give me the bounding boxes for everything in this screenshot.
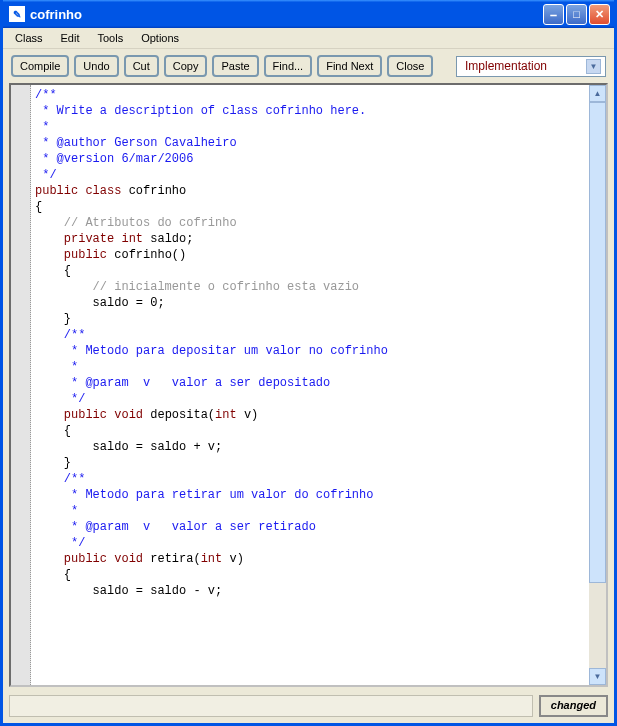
code-line: * Write a description of class cofrinho … (35, 103, 585, 119)
code-line: * (35, 359, 585, 375)
app-icon: ✎ (9, 6, 25, 22)
code-line: */ (35, 167, 585, 183)
menu-bar: Class Edit Tools Options (3, 28, 614, 49)
code-line: * (35, 503, 585, 519)
code-line: public class cofrinho (35, 183, 585, 199)
code-line: } (35, 455, 585, 471)
code-line: public void retira(int v) (35, 551, 585, 567)
vertical-scrollbar: ▲ ▼ (589, 85, 606, 685)
code-line: * @author Gerson Cavalheiro (35, 135, 585, 151)
chevron-down-icon: ▼ (586, 59, 601, 74)
code-line: saldo = 0; (35, 295, 585, 311)
scroll-track[interactable] (589, 102, 606, 668)
code-line: */ (35, 391, 585, 407)
status-bar: changed (3, 691, 614, 723)
scroll-up-button[interactable]: ▲ (589, 85, 606, 102)
menu-class[interactable]: Class (7, 30, 51, 46)
paste-button[interactable]: Paste (212, 55, 258, 77)
minimize-button[interactable]: ‒ (543, 4, 564, 25)
code-line: * @version 6/mar/2006 (35, 151, 585, 167)
code-line: * @param v valor a ser retirado (35, 519, 585, 535)
status-badge: changed (539, 695, 608, 717)
code-line: { (35, 567, 585, 583)
code-line: { (35, 423, 585, 439)
code-line: { (35, 199, 585, 215)
message-area (9, 695, 533, 717)
undo-button[interactable]: Undo (74, 55, 118, 77)
find-next-button[interactable]: Find Next (317, 55, 382, 77)
menu-tools[interactable]: Tools (89, 30, 131, 46)
code-line: } (35, 311, 585, 327)
toolbar: Compile Undo Cut Copy Paste Find... Find… (3, 49, 614, 83)
code-line: */ (35, 535, 585, 551)
code-line: * (35, 119, 585, 135)
code-line: saldo = saldo - v; (35, 583, 585, 599)
code-line: /** (35, 471, 585, 487)
copy-button[interactable]: Copy (164, 55, 208, 77)
code-line: /** (35, 327, 585, 343)
code-area[interactable]: /** * Write a description of class cofri… (31, 85, 589, 685)
code-line: * Metodo para depositar um valor no cofr… (35, 343, 585, 359)
editor: /** * Write a description of class cofri… (9, 83, 608, 687)
maximize-button[interactable]: □ (566, 4, 587, 25)
scroll-thumb[interactable] (589, 102, 606, 583)
window-title: cofrinho (30, 7, 543, 22)
view-dropdown[interactable]: Implementation ▼ (456, 56, 606, 77)
title-bar: ✎ cofrinho ‒ □ ✕ (3, 0, 614, 28)
scroll-down-button[interactable]: ▼ (589, 668, 606, 685)
code-line: { (35, 263, 585, 279)
menu-edit[interactable]: Edit (53, 30, 88, 46)
code-line: public cofrinho() (35, 247, 585, 263)
code-line: private int saldo; (35, 231, 585, 247)
close-button[interactable]: Close (387, 55, 433, 77)
code-line: /** (35, 87, 585, 103)
code-line: saldo = saldo + v; (35, 439, 585, 455)
dropdown-selected: Implementation (465, 59, 547, 73)
compile-button[interactable]: Compile (11, 55, 69, 77)
code-line: // Atributos do cofrinho (35, 215, 585, 231)
close-window-button[interactable]: ✕ (589, 4, 610, 25)
cut-button[interactable]: Cut (124, 55, 159, 77)
code-line: * Metodo para retirar um valor do cofrin… (35, 487, 585, 503)
code-line: // inicialmente o cofrinho esta vazio (35, 279, 585, 295)
gutter (11, 85, 31, 685)
window-buttons: ‒ □ ✕ (543, 4, 610, 25)
code-line: * @param v valor a ser depositado (35, 375, 585, 391)
menu-options[interactable]: Options (133, 30, 187, 46)
code-line: public void deposita(int v) (35, 407, 585, 423)
find-button[interactable]: Find... (264, 55, 313, 77)
